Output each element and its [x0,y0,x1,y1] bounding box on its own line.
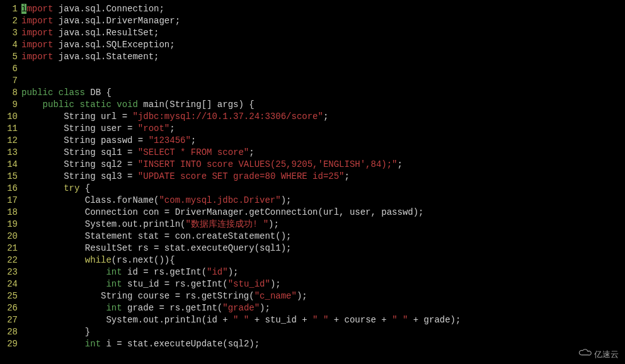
token-str: "com.mysql.jdbc.Driver" [159,195,280,205]
code-line: while(rs.next()){ [21,254,625,266]
token-plain [21,267,106,277]
line-number: 5 [0,51,18,63]
token-str: "grade" [222,303,260,313]
code-line: Connection con = DriverManager.getConnec… [21,207,625,219]
code-line: String sql2 = "INSERT INTO score VALUES(… [21,159,625,171]
code-line: import java.sql.Statement; [21,51,625,63]
token-plain: String course = rs.getString( [21,291,255,301]
token-str: " " [233,315,249,325]
token-str: "id" [207,267,228,277]
token-plain: java.sql.ResultSet; [53,28,159,38]
code-line: String user = "root"; [21,123,625,135]
token-kw-import: import [21,52,53,62]
line-number: 16 [0,183,18,195]
line-number: 13 [0,147,18,159]
line-number: 10 [0,111,18,123]
code-line [21,63,625,75]
token-plain: String sql3 = [21,171,138,181]
token-plain: ); [281,195,292,205]
token-kw-type: int [85,339,101,349]
line-number: 19 [0,219,18,230]
token-str: " " [312,315,328,325]
line-number-gutter: 1234567891011121314151617181920212223242… [0,3,21,350]
token-plain [21,339,85,349]
token-kw-ctrl: try [64,183,79,193]
token-plain: { [79,183,90,193]
token-kw-ctrl: while [85,255,112,265]
token-plain: (rs.next()){ [112,255,175,265]
token-plain: ; [398,159,403,169]
token-kw-type: int [106,303,122,313]
token-plain: ; [345,171,350,181]
line-number: 4 [0,39,18,51]
token-plain: String sql2 = [21,159,138,169]
code-line: int id = rs.getInt("id"); [21,266,625,278]
token-kw-type: int [106,279,122,289]
token-plain: DB { [85,88,112,98]
code-line: String passwd = "123456"; [21,135,625,147]
line-number: 23 [0,266,18,278]
line-number: 17 [0,195,18,207]
token-kw-import: import [21,40,53,50]
code-editor: 1234567891011121314151617181920212223242… [0,0,625,350]
line-number: 29 [0,338,18,350]
line-number: 24 [0,278,18,290]
token-plain: id = rs.getInt( [122,267,207,277]
token-plain: ); [228,267,239,277]
code-line: public class DB { [21,87,625,99]
token-str: "stu_id" [228,279,270,289]
line-number: 25 [0,290,18,302]
line-number: 9 [0,99,18,111]
token-str: "SELECT * FROM score" [138,147,249,157]
token-plain: ResultSet rs = stat.executeQuery(sql1); [21,243,291,253]
token-str: "数据库连接成功! " [185,219,268,229]
token-plain [21,255,85,265]
line-number: 22 [0,254,18,266]
token-plain: ; [249,147,254,157]
token-plain: main(String[] args) { [138,100,255,110]
line-number: 20 [0,230,18,242]
token-plain: + stu_id + [249,315,312,325]
token-plain: ; [191,135,196,145]
code-line [21,75,625,87]
token-plain: java.sql.DriverManager; [53,16,180,26]
code-line: System.out.println(id + " " + stu_id + "… [21,314,625,326]
token-kw-import: mport [26,4,53,14]
token-str: " " [392,315,408,325]
token-plain: Connection con = DriverManager.getConnec… [21,207,424,217]
token-plain: java.sql.SQLException; [53,40,175,50]
code-line: Statement stat = con.createStatement(); [21,230,625,242]
line-number: 8 [0,87,18,99]
token-plain: grade = rs.getInt( [122,303,223,313]
code-area: import java.sql.Connection;import java.s… [21,3,625,350]
line-number: 2 [0,15,18,27]
token-plain: ); [270,279,281,289]
code-line: Class.forName("com.mysql.jdbc.Driver"); [21,195,625,207]
token-plain: System.out.println(id + [21,315,233,325]
line-number: 28 [0,326,18,338]
code-line: int i = stat.executeUpdate(sql2); [21,338,625,350]
code-line: import java.sql.DriverManager; [21,15,625,27]
token-str: "root" [138,123,169,134]
code-line: try { [21,183,625,195]
code-line: import java.sql.SQLException; [21,39,625,51]
line-number: 11 [0,123,18,135]
token-str: "UPDATE score SET grade=80 WHERE id=25" [138,171,345,181]
token-plain: String url = [21,111,132,122]
token-plain [21,100,43,110]
token-kw-mod: public class [21,88,85,98]
code-line: } [21,326,625,338]
token-kw-import: import [21,16,53,26]
code-line: System.out.println("数据库连接成功! "); [21,219,625,230]
watermark: 亿速云 [578,348,619,360]
line-number: 18 [0,207,18,219]
code-line: int stu_id = rs.getInt("stu_id"); [21,278,625,290]
line-number: 3 [0,27,18,39]
token-kw-mod: public static void [43,100,138,110]
code-line: String url = "jdbc:mysql://10.1.37.24:33… [21,111,625,123]
token-plain: ); [260,303,270,313]
token-plain: ); [268,219,279,229]
line-number: 12 [0,135,18,147]
code-line: import java.sql.ResultSet; [21,27,625,39]
token-str: "INSERT INTO score VALUES(25,9205,'ENGLI… [138,159,398,169]
